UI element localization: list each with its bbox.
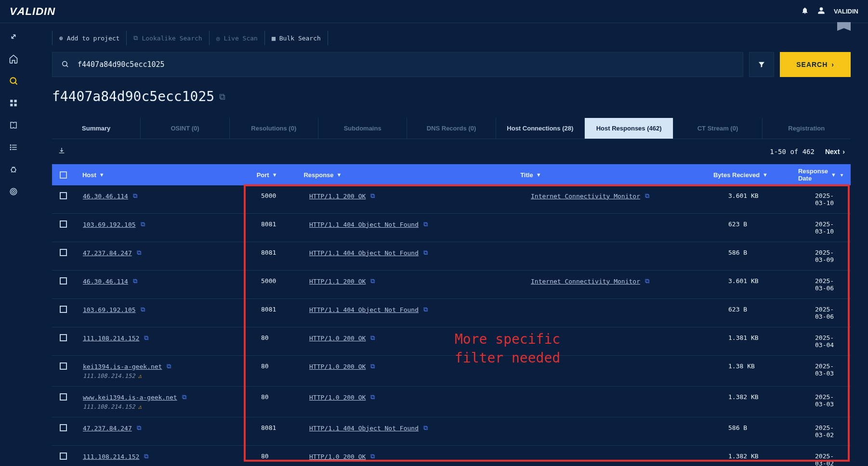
search-button[interactable]: SEARCH › bbox=[780, 52, 851, 77]
column-port[interactable]: Port▼ bbox=[257, 171, 304, 179]
user-name[interactable]: VALIDIN bbox=[834, 8, 858, 15]
response-link[interactable]: HTTP/1.1 404 Object Not Found bbox=[309, 425, 419, 432]
add-to-project-label: Add to project bbox=[67, 35, 120, 42]
copy-icon[interactable]: ⧉ bbox=[370, 192, 375, 200]
tab-7[interactable]: CT Stream (0) bbox=[673, 118, 762, 139]
bookmark-icon[interactable] bbox=[837, 22, 851, 31]
lookalike-search-button[interactable]: ⧉ Lookalike Search bbox=[127, 31, 209, 45]
row-checkbox[interactable] bbox=[60, 362, 67, 370]
copy-icon[interactable]: ⧉ bbox=[370, 393, 375, 401]
row-checkbox[interactable] bbox=[60, 220, 67, 228]
download-icon[interactable] bbox=[58, 147, 66, 156]
copy-icon[interactable]: ⧉ bbox=[141, 306, 145, 313]
row-checkbox[interactable] bbox=[60, 306, 67, 313]
book-icon[interactable] bbox=[8, 119, 19, 131]
table-row: 111.108.214.152⧉80HTTP/1.0 200 OK⧉1.381 … bbox=[52, 327, 851, 356]
copy-icon[interactable]: ⧉ bbox=[167, 362, 171, 370]
host-link[interactable]: 46.30.46.114 bbox=[83, 193, 128, 200]
host-link[interactable]: 47.237.84.247 bbox=[83, 425, 132, 432]
copy-icon[interactable]: ⧉ bbox=[219, 91, 225, 102]
row-checkbox[interactable] bbox=[60, 453, 67, 460]
row-checkbox[interactable] bbox=[60, 249, 67, 256]
svg-point-10 bbox=[10, 149, 11, 150]
bulk-search-button[interactable]: ▦ Bulk Search bbox=[265, 31, 328, 45]
row-checkbox[interactable] bbox=[60, 393, 67, 401]
lookalike-label: Lookalike Search bbox=[142, 35, 202, 42]
tab-8[interactable]: Registration bbox=[763, 118, 851, 139]
host-link[interactable]: www.kei1394.is-a-geek.net bbox=[83, 394, 177, 401]
filter-button[interactable] bbox=[749, 52, 774, 77]
row-checkbox[interactable] bbox=[60, 334, 67, 341]
copy-icon[interactable]: ⧉ bbox=[423, 306, 428, 313]
user-icon[interactable] bbox=[817, 7, 825, 16]
warning-icon: ⚠ bbox=[138, 403, 142, 410]
copy-icon[interactable]: ⧉ bbox=[423, 249, 428, 257]
list-icon[interactable] bbox=[8, 142, 19, 153]
column-bytes[interactable]: Bytes Recieved▼ bbox=[713, 171, 798, 179]
copy-icon[interactable]: ⧉ bbox=[141, 220, 145, 228]
title-link[interactable]: Internet Connectivity Monitor bbox=[531, 193, 640, 200]
main: ⊕ Add to project ⧉ Lookalike Search ◎ Li… bbox=[27, 23, 868, 466]
copy-icon[interactable]: ⧉ bbox=[370, 277, 375, 285]
tab-2[interactable]: Resolutions (0) bbox=[230, 118, 318, 139]
tab-5[interactable]: Host Connections (28) bbox=[496, 118, 585, 139]
copy-icon[interactable]: ⧉ bbox=[133, 192, 137, 200]
column-date[interactable]: Response Date▼▾ bbox=[798, 168, 843, 182]
row-checkbox[interactable] bbox=[60, 277, 67, 285]
row-checkbox[interactable] bbox=[60, 192, 67, 199]
tab-3[interactable]: Subdomains bbox=[318, 118, 407, 139]
tab-6[interactable]: Host Responses (462) bbox=[585, 118, 673, 139]
column-host[interactable]: Host▼ bbox=[82, 171, 257, 179]
row-checkbox[interactable] bbox=[60, 424, 67, 431]
response-link[interactable]: HTTP/1.0 200 OK bbox=[309, 363, 366, 370]
host-link[interactable]: 103.69.192.105 bbox=[83, 306, 136, 313]
copy-icon[interactable]: ⧉ bbox=[133, 277, 137, 285]
copy-icon[interactable]: ⧉ bbox=[423, 424, 428, 432]
target-icon[interactable] bbox=[8, 186, 19, 197]
response-link[interactable]: HTTP/1.1 404 Object Not Found bbox=[309, 306, 419, 313]
search-icon[interactable] bbox=[8, 75, 19, 87]
home-icon[interactable] bbox=[8, 53, 19, 65]
host-link[interactable]: 111.108.214.152 bbox=[83, 453, 139, 460]
select-all-checkbox[interactable] bbox=[60, 171, 67, 179]
tab-4[interactable]: DNS Records (0) bbox=[407, 118, 496, 139]
copy-icon[interactable]: ⧉ bbox=[144, 453, 148, 460]
grid-icon[interactable] bbox=[8, 97, 19, 109]
response-link[interactable]: HTTP/1.1 200 OK bbox=[309, 278, 366, 285]
copy-icon[interactable]: ⧉ bbox=[645, 192, 649, 200]
copy-icon[interactable]: ⧉ bbox=[645, 277, 649, 285]
column-title[interactable]: Title▼ bbox=[520, 171, 713, 179]
bell-icon[interactable] bbox=[801, 7, 809, 16]
column-response[interactable]: Response▼ bbox=[303, 171, 520, 179]
response-link[interactable]: HTTP/1.1 200 OK bbox=[309, 193, 366, 200]
copy-icon[interactable]: ⧉ bbox=[137, 249, 141, 257]
response-link[interactable]: HTTP/1.1 404 Object Not Found bbox=[309, 221, 419, 228]
response-link[interactable]: HTTP/1.0 200 OK bbox=[309, 394, 366, 401]
tab-1[interactable]: OSINT (0) bbox=[141, 118, 229, 139]
copy-icon[interactable]: ⧉ bbox=[137, 424, 141, 432]
expand-icon[interactable] bbox=[8, 31, 19, 42]
copy-icon[interactable]: ⧉ bbox=[182, 393, 186, 401]
response-link[interactable]: HTTP/1.0 200 OK bbox=[309, 453, 366, 460]
date-cell: 2025-03-10 bbox=[815, 220, 843, 235]
copy-icon[interactable]: ⧉ bbox=[423, 220, 428, 228]
host-link[interactable]: 111.108.214.152 bbox=[83, 335, 139, 342]
live-scan-button[interactable]: ◎ Live Scan bbox=[210, 31, 265, 45]
host-link[interactable]: 47.237.84.247 bbox=[83, 249, 132, 257]
response-link[interactable]: HTTP/1.1 404 Object Not Found bbox=[309, 249, 419, 257]
svg-point-14 bbox=[13, 191, 14, 192]
copy-icon[interactable]: ⧉ bbox=[370, 334, 375, 342]
bug-icon[interactable] bbox=[8, 164, 19, 175]
copy-icon[interactable]: ⧉ bbox=[144, 334, 148, 342]
next-button[interactable]: Next › bbox=[825, 148, 845, 155]
host-link[interactable]: 46.30.46.114 bbox=[83, 278, 128, 285]
tab-0[interactable]: Summary bbox=[52, 118, 141, 139]
copy-icon[interactable]: ⧉ bbox=[370, 362, 375, 370]
host-link[interactable]: kei1394.is-a-geek.net bbox=[83, 363, 162, 370]
response-link[interactable]: HTTP/1.0 200 OK bbox=[309, 335, 366, 342]
add-to-project-button[interactable]: ⊕ Add to project bbox=[52, 31, 127, 45]
search-input[interactable] bbox=[78, 60, 734, 69]
title-link[interactable]: Internet Connectivity Monitor bbox=[531, 278, 640, 285]
host-link[interactable]: 103.69.192.105 bbox=[83, 221, 136, 228]
copy-icon[interactable]: ⧉ bbox=[370, 453, 375, 460]
